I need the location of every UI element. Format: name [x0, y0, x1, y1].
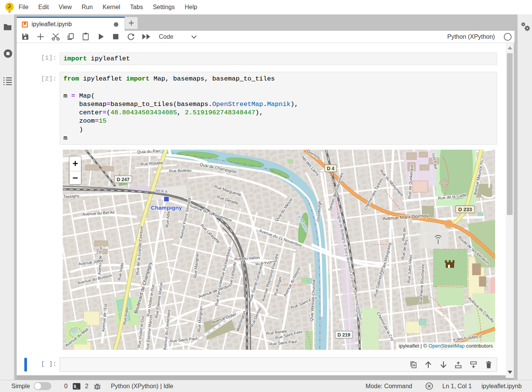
svg-text:Champigny: Champigny — [151, 204, 182, 211]
svg-text:D 233: D 233 — [458, 207, 472, 212]
svg-text:D 219: D 219 — [337, 332, 350, 338]
svg-text:D 4: D 4 — [327, 166, 334, 171]
svg-text:D 247: D 247 — [117, 177, 129, 182]
svg-text:$_: $_ — [74, 384, 79, 389]
svg-text:RER A: RER A — [155, 188, 168, 194]
svg-text:Rue Boileau: Rue Boileau — [169, 168, 192, 173]
